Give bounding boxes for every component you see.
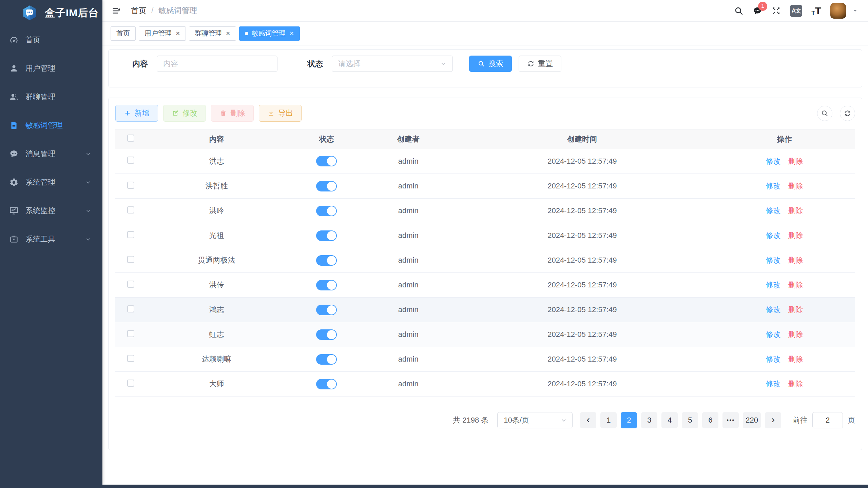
status-toggle[interactable] [316,156,337,166]
status-toggle[interactable] [316,255,337,266]
page-size-select[interactable]: 10条/页 [497,412,573,428]
reset-button[interactable]: 重置 [519,56,561,72]
row-checkbox[interactable] [127,231,134,238]
add-button[interactable]: 新增 [115,105,158,122]
row-edit-link[interactable]: 修改 [766,305,780,314]
row-checkbox[interactable] [127,256,134,263]
edit-button[interactable]: 修改 [163,105,206,122]
status-toggle[interactable] [316,354,337,365]
search-button[interactable]: 搜索 [469,56,512,72]
close-icon[interactable]: × [290,30,294,37]
row-edit-link[interactable]: 修改 [766,231,780,240]
font-size-icon[interactable]: TT [811,6,821,16]
status-toggle[interactable] [316,230,337,241]
app-logo-icon [22,5,38,21]
row-delete-link[interactable]: 删除 [788,256,803,264]
page-button-2[interactable]: 2 [621,412,637,428]
row-checkbox[interactable] [127,157,134,164]
breadcrumb-item-home[interactable]: 首页 [131,5,147,16]
select-all-checkbox[interactable] [127,135,134,142]
caret-down-icon[interactable] [852,7,859,14]
sidebar-item-monitor[interactable]: 系统监控 [0,197,102,225]
tab-label: 首页 [116,29,130,38]
row-delete-link[interactable]: 删除 [788,182,803,190]
row-checkbox[interactable] [127,305,134,312]
sidebar-item-tools[interactable]: 系统工具 [0,225,102,253]
row-checkbox[interactable] [127,182,134,189]
cell-actions: 修改删除 [714,223,855,248]
prev-page-button[interactable]: ‹ [580,412,596,428]
page-button-1[interactable]: 1 [600,412,617,428]
row-edit-link[interactable]: 修改 [766,380,780,388]
sidebar-item-messages[interactable]: 消息管理 [0,140,102,168]
row-edit-link[interactable]: 修改 [766,355,780,363]
export-button-label: 导出 [278,108,293,118]
row-delete-link[interactable]: 删除 [788,231,803,240]
sidebar-item-label: 首页 [25,35,40,45]
toggle-knob-icon [327,256,336,265]
row-edit-link[interactable]: 修改 [766,182,780,190]
delete-button[interactable]: 删除 [211,105,254,122]
edit-button-label: 修改 [182,108,197,118]
more-pages-button[interactable]: ••• [722,412,739,428]
status-toggle[interactable] [316,329,337,340]
sidebar-item-home[interactable]: 首页 [0,26,102,54]
row-checkbox[interactable] [127,330,134,337]
fullscreen-icon[interactable] [771,6,781,16]
page-button-3[interactable]: 3 [641,412,657,428]
sidebar-item-label: 系统管理 [25,177,55,187]
translate-icon[interactable]: A文 [790,5,802,17]
row-delete-link[interactable]: 删除 [788,380,803,388]
row-checkbox[interactable] [127,281,134,288]
status-toggle[interactable] [316,206,337,216]
close-icon[interactable]: × [176,30,180,37]
row-delete-link[interactable]: 删除 [788,330,803,339]
status-toggle[interactable] [316,305,337,315]
cell-status [287,322,366,347]
table-row: 虹志admin2024-12-05 12:57:49修改删除 [115,322,855,347]
tab-groups[interactable]: 群聊管理× [189,26,236,41]
row-delete-link[interactable]: 删除 [788,281,803,289]
content-filter-input[interactable] [157,56,277,72]
row-edit-link[interactable]: 修改 [766,206,780,215]
next-page-button[interactable]: › [765,412,781,428]
sidebar-item-users[interactable]: 用户管理 [0,54,102,83]
row-edit-link[interactable]: 修改 [766,256,780,264]
page-button-4[interactable]: 4 [661,412,678,428]
search-icon[interactable] [734,6,744,16]
page-button-5[interactable]: 5 [682,412,698,428]
status-toggle[interactable] [316,280,337,290]
row-delete-link[interactable]: 删除 [788,355,803,363]
avatar[interactable] [830,3,846,19]
row-checkbox[interactable] [127,380,134,387]
tab-users[interactable]: 用户管理× [139,26,186,41]
row-delete-link[interactable]: 删除 [788,305,803,314]
status-toggle[interactable] [316,379,337,389]
goto-page-input[interactable] [812,412,843,428]
page-button-220[interactable]: 220 [743,412,761,428]
table-column-header: 创建者 [366,129,451,149]
goto-suffix: 页 [848,415,855,425]
page-button-6[interactable]: 6 [702,412,718,428]
row-checkbox[interactable] [127,355,134,362]
close-icon[interactable]: × [226,30,230,37]
row-delete-link[interactable]: 删除 [788,157,803,165]
tab-sensitive-words[interactable]: 敏感词管理× [239,26,300,41]
status-filter-select[interactable]: 请选择 [332,56,453,72]
export-button[interactable]: 导出 [259,105,302,122]
row-edit-link[interactable]: 修改 [766,157,780,165]
row-edit-link[interactable]: 修改 [766,281,780,289]
row-checkbox[interactable] [127,206,134,214]
sidebar-item-system[interactable]: 系统管理 [0,168,102,197]
row-delete-link[interactable]: 删除 [788,206,803,215]
sidebar-item-groups[interactable]: 群聊管理 [0,83,102,111]
cell-actions: 修改删除 [714,273,855,298]
row-checkbox-cell [115,223,146,248]
refresh-table-button[interactable] [840,106,855,121]
show-search-icon-button[interactable] [817,106,832,121]
sidebar-item-sensitive-words[interactable]: 敏感词管理 [0,111,102,140]
collapse-sidebar-icon[interactable] [111,6,121,16]
row-edit-link[interactable]: 修改 [766,330,780,339]
status-toggle[interactable] [316,181,337,191]
tab-home[interactable]: 首页 [111,26,136,41]
